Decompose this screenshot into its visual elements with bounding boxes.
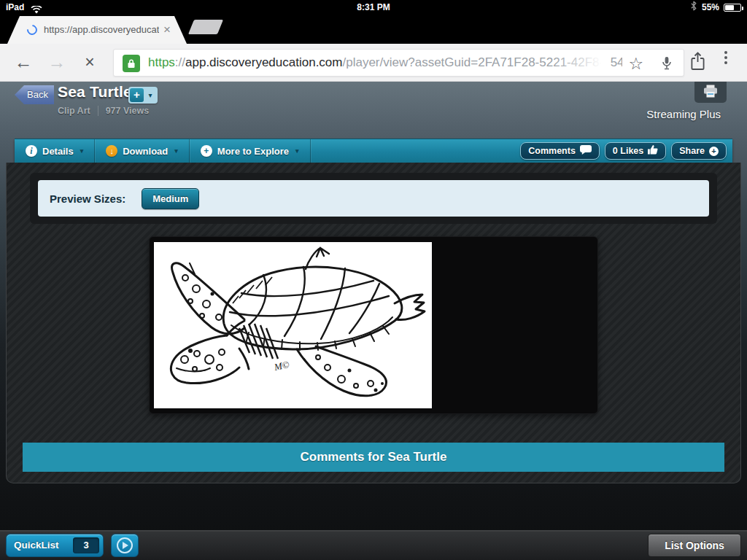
chevron-down-icon: ▾ <box>295 147 299 155</box>
ssl-lock-icon[interactable] <box>123 55 140 72</box>
info-icon: i <box>26 145 37 157</box>
add-dropdown-caret-icon[interactable]: ▾ <box>144 91 156 99</box>
chevron-down-icon: ▾ <box>80 147 84 155</box>
browser-tab[interactable]: https://app.discoveryeducat × <box>7 16 187 44</box>
battery-percent: 55% <box>702 2 719 12</box>
comments-banner[interactable]: Comments for Sea Turtle <box>23 443 724 472</box>
bluetooth-icon <box>690 1 697 14</box>
more-to-explore-menu[interactable]: + More to Explore ▾ <box>190 139 311 163</box>
size-medium-button[interactable]: Medium <box>142 188 199 209</box>
tab-strip: https://app.discoveryeducat × <box>0 15 747 44</box>
back-nav-button[interactable]: ← <box>12 51 34 73</box>
share-page-icon[interactable] <box>690 52 705 74</box>
add-plus-icon[interactable]: + <box>130 88 144 102</box>
battery-icon <box>724 4 741 12</box>
chevron-down-icon: ▾ <box>174 147 178 155</box>
list-options-button[interactable]: List Options <box>648 534 741 557</box>
sea-turtle-drawing: M© <box>154 242 432 408</box>
print-button[interactable] <box>694 82 727 103</box>
asset-action-bar: i Details ▾ ↓ Download ▾ + More to Explo… <box>15 139 732 163</box>
tab-title: https://app.discoveryeducat <box>44 16 159 44</box>
tab-close-icon[interactable]: × <box>163 21 171 39</box>
bookmark-star-icon[interactable]: ☆ <box>628 52 643 74</box>
address-bar[interactable]: https://app.discoveryeducation.com/playe… <box>113 49 684 77</box>
clock: 8:31 PM <box>0 2 747 12</box>
download-icon: ↓ <box>106 145 117 157</box>
add-to-quicklist-combo[interactable]: + ▾ <box>128 87 158 104</box>
bottom-bar: QuickList 3 List Options <box>0 530 747 560</box>
stop-button[interactable]: × <box>79 51 101 73</box>
voice-search-mic-icon[interactable] <box>662 56 672 74</box>
meta-divider <box>98 106 98 116</box>
asset-type-label: Clip Art <box>58 106 90 116</box>
likes-button[interactable]: 0 Likes <box>605 142 666 160</box>
page-title: Sea Turtle <box>58 83 132 101</box>
browser-menu-icon[interactable] <box>724 51 727 64</box>
status-bar: iPad 8:31 PM 55% <box>0 0 747 15</box>
tab-loading-spinner <box>25 23 39 37</box>
comments-button[interactable]: Comments <box>520 142 600 160</box>
browser-toolbar: ← → × https://app.discoveryeducation.com… <box>0 44 747 82</box>
play-icon <box>117 537 133 553</box>
preview-sizes-label: Preview Sizes: <box>50 192 125 205</box>
plan-label: Streaming Plus <box>646 108 721 120</box>
url-fade <box>552 50 611 75</box>
details-menu[interactable]: i Details ▾ <box>15 139 95 163</box>
content-panel: Preview Sizes: Medium <box>6 163 741 483</box>
quicklist-button[interactable]: QuickList 3 <box>6 534 104 557</box>
clip-art-image: M© <box>154 242 432 408</box>
download-menu[interactable]: ↓ Download ▾ <box>95 139 190 163</box>
views-count: 977 Views <box>106 106 150 116</box>
speech-bubble-icon <box>580 145 592 157</box>
share-plus-icon: + <box>709 147 719 156</box>
new-tab-button[interactable] <box>188 20 223 34</box>
quicklist-count-badge: 3 <box>73 537 99 553</box>
media-player: M© <box>150 237 597 413</box>
preview-sizes-panel: Preview Sizes: Medium <box>30 173 717 224</box>
share-button[interactable]: Share + <box>671 142 727 160</box>
forward-nav-button: → <box>46 51 68 73</box>
back-button[interactable]: Back <box>15 85 54 104</box>
page-header: Back Sea Turtle + ▾ Clip Art 977 Views S… <box>0 82 747 139</box>
url-text: https://app.discoveryeducation.com/playe… <box>148 50 622 76</box>
svg-text:M©: M© <box>273 359 290 373</box>
play-quicklist-button[interactable] <box>111 534 139 557</box>
plus-circle-icon: + <box>201 145 212 157</box>
printer-icon <box>703 85 719 101</box>
thumbs-up-icon <box>648 145 658 157</box>
